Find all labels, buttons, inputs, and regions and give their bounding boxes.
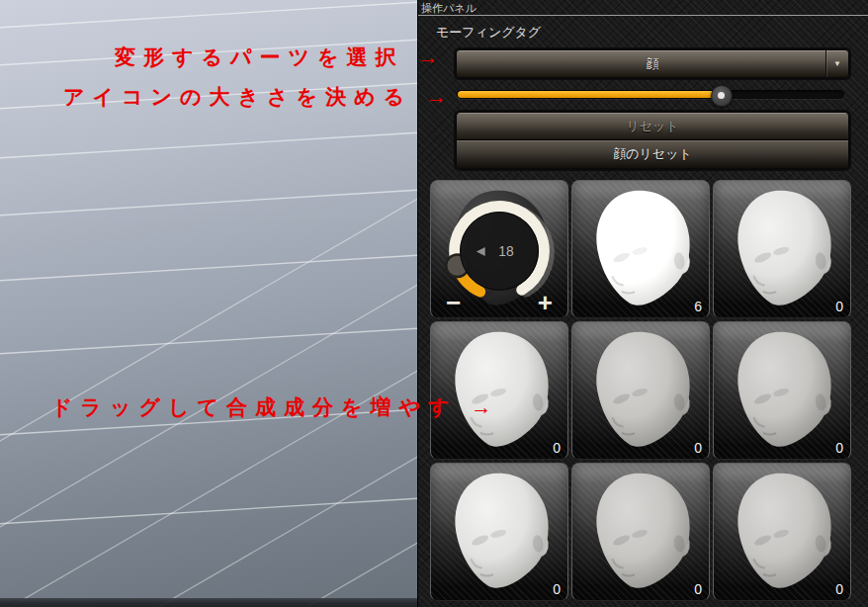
dial-minus-button[interactable]: − (446, 290, 461, 315)
morph-thumbnail-cell[interactable]: 0 (571, 321, 710, 460)
head-thumbnail-svg (574, 324, 707, 457)
head-thumbnail (574, 183, 707, 315)
head-thumbnail-svg (574, 183, 707, 315)
head-thumbnail-svg (716, 466, 848, 598)
head-thumbnail (716, 324, 848, 457)
morph-thumbnail-cell[interactable]: 0 (571, 463, 710, 601)
morph-tag-dropdown[interactable]: 顔 ▼ (456, 49, 849, 78)
morph-value-label: 0 (553, 581, 561, 597)
morph-thumbnail-cell[interactable]: 0 (713, 463, 851, 601)
morph-value-label: 0 (835, 440, 843, 456)
head-thumbnail (574, 324, 707, 457)
morph-value-label: 0 (694, 581, 702, 597)
head-thumbnail-svg (433, 324, 565, 457)
chevron-down-icon[interactable]: ▼ (825, 50, 848, 77)
morph-thumbnail-cell[interactable]: 0 (430, 321, 568, 460)
dial-value: 18 (498, 244, 514, 259)
head-thumbnail-svg (716, 324, 848, 457)
morph-value-label: 0 (835, 299, 843, 314)
head-thumbnail (433, 324, 565, 457)
slider-fill (458, 91, 722, 98)
viewport-bottom-edge (0, 598, 417, 607)
head-thumbnail-svg (574, 466, 707, 598)
app-window: 操作パネル モーフィングタグ 顔 ▼ リセット 顔のリセット (0, 0, 868, 607)
morph-thumbnail-cell[interactable]: 0 (713, 321, 851, 460)
head-thumbnail-svg (433, 466, 565, 598)
head-thumbnail-svg (716, 183, 848, 315)
morph-thumbnail-cell[interactable]: 6 (571, 180, 710, 318)
dropdown-selected-value: 顔 (647, 55, 659, 73)
head-thumbnail (716, 183, 848, 315)
head-thumbnail (433, 466, 565, 598)
icon-size-slider[interactable] (457, 88, 844, 104)
head-thumbnail (716, 466, 848, 598)
reset-button[interactable]: リセット (457, 113, 848, 140)
slider-handle-dot (718, 92, 725, 99)
dial-plus-button[interactable]: + (538, 290, 553, 315)
morph-thumbnail-cell[interactable]: 0 (713, 180, 851, 318)
morph-value-label: 0 (835, 581, 843, 597)
panel-title-underline (418, 15, 868, 16)
viewport-3d[interactable] (0, 0, 417, 607)
viewport-grid-svg (0, 0, 417, 607)
morph-value-label: 0 (553, 440, 561, 456)
morph-grid: 18 − + 6 0 (430, 180, 851, 601)
morph-thumbnail-cell-dial[interactable]: 18 − + (430, 180, 568, 318)
head-thumbnail (574, 466, 707, 598)
reset-button-group: リセット 顔のリセット (456, 112, 849, 169)
morph-thumbnail-cell[interactable]: 0 (430, 463, 568, 601)
slider-handle[interactable] (711, 85, 733, 107)
morph-value-label: 0 (694, 440, 702, 456)
morph-value-label: 6 (694, 299, 702, 314)
morph-tag-label: モーフィングタグ (436, 24, 541, 42)
face-reset-button[interactable]: 顔のリセット (457, 140, 848, 168)
panel-title: 操作パネル (421, 1, 477, 16)
control-panel: 操作パネル モーフィングタグ 顔 ▼ リセット 顔のリセット (417, 0, 868, 607)
